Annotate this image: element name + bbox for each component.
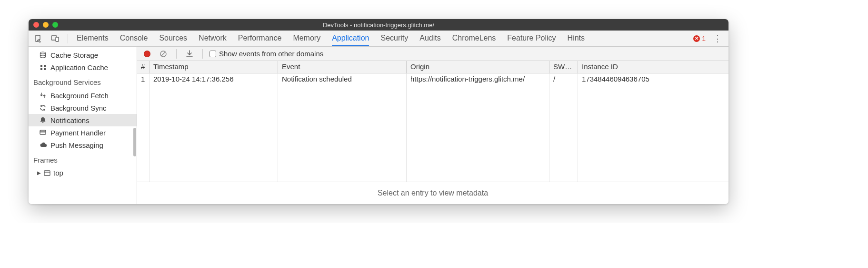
sidebar-item-background-sync[interactable]: Background Sync (29, 102, 137, 114)
sidebar-item-payment-handler[interactable]: Payment Handler (29, 126, 137, 139)
col-index[interactable]: # (137, 61, 150, 73)
error-icon: ✕ (693, 35, 700, 42)
details-hint: Select an entry to view metadata (137, 182, 728, 204)
svg-rect-3 (40, 65, 42, 67)
error-count: 1 (702, 35, 706, 42)
svg-line-12 (161, 52, 165, 56)
table-header: # Timestamp Event Origin SW … Instance I… (137, 61, 728, 73)
svg-rect-1 (56, 37, 59, 41)
sidebar-header-background-services: Background Services (29, 73, 137, 89)
error-count-badge[interactable]: ✕ 1 (693, 35, 706, 42)
show-other-domains-label: Show events from other domains (219, 50, 323, 58)
cell-event: Notification scheduled (278, 73, 407, 86)
traffic-lights (29, 22, 58, 28)
main-toolbar: Elements Console Sources Network Perform… (29, 31, 728, 47)
tab-application[interactable]: Application (332, 31, 369, 46)
sidebar-item-label: Application Cache (50, 63, 108, 72)
show-other-domains-checkbox[interactable]: Show events from other domains (210, 50, 323, 58)
svg-point-2 (40, 52, 46, 54)
col-timestamp[interactable]: Timestamp (150, 61, 278, 73)
tab-elements[interactable]: Elements (77, 31, 109, 46)
tab-memory[interactable]: Memory (293, 31, 320, 46)
devtools-window: DevTools - notification-triggers.glitch.… (29, 19, 728, 204)
tab-console[interactable]: Console (120, 31, 148, 46)
sidebar-item-label: Cache Storage (50, 51, 98, 59)
events-table: # Timestamp Event Origin SW … Instance I… (137, 61, 728, 182)
tab-security[interactable]: Security (380, 31, 408, 46)
separator (202, 49, 203, 59)
card-icon (39, 130, 47, 135)
panel-tabs: Elements Console Sources Network Perform… (77, 31, 585, 46)
tab-hints[interactable]: Hints (568, 31, 585, 46)
cell-index: 1 (137, 73, 150, 86)
expand-triangle-icon[interactable]: ▶ (37, 170, 41, 175)
sidebar-header-frames: Frames (29, 151, 137, 167)
bell-icon (39, 117, 47, 124)
col-event[interactable]: Event (278, 61, 407, 73)
table-row[interactable]: 1 2019-10-24 14:17:36.256 Notification s… (137, 73, 728, 86)
cell-timestamp: 2019-10-24 14:17:36.256 (150, 73, 278, 86)
table-body: 1 2019-10-24 14:17:36.256 Notification s… (137, 73, 728, 182)
record-icon (144, 51, 150, 57)
sidebar-item-label: Push Messaging (50, 141, 103, 149)
inspect-element-icon[interactable] (32, 32, 46, 45)
sidebar-item-push-messaging[interactable]: Push Messaging (29, 139, 137, 151)
tab-sources[interactable]: Sources (159, 31, 187, 46)
col-instance-id[interactable]: Instance ID (578, 61, 728, 73)
close-window-button[interactable] (33, 22, 39, 28)
panel-body: Cache Storage Application Cache Backgrou… (29, 47, 728, 204)
frame-label: top (53, 169, 63, 177)
window-title: DevTools - notification-triggers.glitch.… (29, 21, 728, 29)
show-other-domains-input[interactable] (210, 51, 216, 57)
sidebar-item-notifications[interactable]: Notifications (29, 114, 137, 126)
grid-icon (39, 64, 47, 71)
events-toolbar: Show events from other domains (137, 47, 728, 61)
svg-rect-4 (44, 65, 46, 67)
tab-audits[interactable]: Audits (419, 31, 440, 46)
frame-icon (44, 170, 50, 176)
col-origin[interactable]: Origin (407, 61, 549, 73)
record-button[interactable] (141, 48, 153, 60)
sidebar-item-label: Background Fetch (50, 92, 109, 100)
fetch-icon (39, 92, 47, 99)
tab-feature-policy[interactable]: Feature Policy (507, 31, 556, 46)
svg-rect-8 (40, 132, 46, 133)
titlebar: DevTools - notification-triggers.glitch.… (29, 19, 728, 31)
maximize-window-button[interactable] (52, 22, 58, 28)
tab-network[interactable]: Network (199, 31, 227, 46)
toolbar-right: ✕ 1 ⋮ (693, 33, 725, 44)
separator (68, 34, 68, 43)
col-sw-scope[interactable]: SW … (549, 61, 578, 73)
sidebar-item-cache-storage[interactable]: Cache Storage (29, 49, 137, 61)
cell-instance-id: 17348446094636705 (578, 73, 728, 86)
tab-chromelens[interactable]: ChromeLens (452, 31, 496, 46)
download-button[interactable] (183, 48, 196, 60)
cell-sw-scope: / (549, 73, 578, 86)
device-toolbar-icon[interactable] (49, 32, 62, 45)
table-empty-area (137, 86, 728, 182)
separator (176, 49, 177, 59)
sidebar-item-background-fetch[interactable]: Background Fetch (29, 89, 137, 102)
more-menu-icon[interactable]: ⋮ (710, 33, 725, 44)
sync-icon (39, 104, 47, 111)
clear-button[interactable] (157, 48, 170, 60)
tab-performance[interactable]: Performance (238, 31, 282, 46)
main-panel: Show events from other domains # Timesta… (137, 47, 728, 204)
database-icon (39, 52, 47, 58)
sidebar-item-label: Notifications (50, 116, 90, 124)
sidebar-item-label: Background Sync (50, 104, 107, 112)
application-sidebar: Cache Storage Application Cache Backgrou… (29, 47, 137, 204)
cloud-icon (39, 142, 47, 148)
svg-rect-5 (40, 68, 42, 70)
sidebar-item-application-cache[interactable]: Application Cache (29, 61, 137, 73)
cell-origin: https://notification-triggers.glitch.me/ (407, 73, 549, 86)
svg-rect-6 (44, 68, 46, 70)
sidebar-item-top-frame[interactable]: ▶ top (29, 167, 137, 179)
minimize-window-button[interactable] (43, 22, 49, 28)
svg-rect-9 (44, 171, 50, 175)
sidebar-item-label: Payment Handler (50, 129, 106, 137)
scrollbar-thumb[interactable] (133, 128, 136, 156)
